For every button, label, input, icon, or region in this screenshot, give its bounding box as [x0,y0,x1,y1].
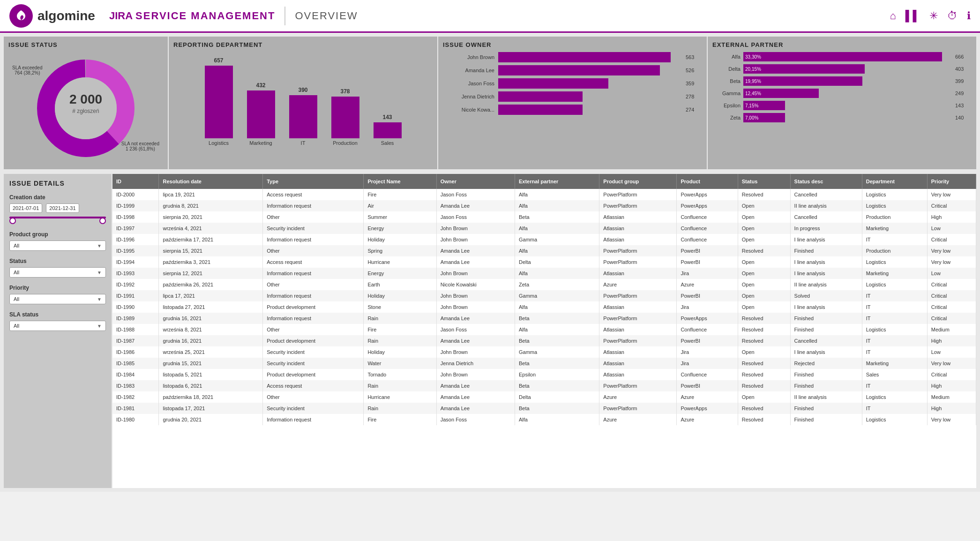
table-cell-owner: John Brown [436,369,515,380]
bar-fill [374,122,402,138]
ext-partner-row: Zeta 7,00% 140 [712,113,972,122]
logo-area: algomine [9,4,95,28]
table-cell-priority: Critical [927,279,976,290]
table-cell-department: IT [862,290,927,301]
table-cell-type: Other [263,324,364,335]
bar-value: 390 [298,87,307,93]
slider-handle-right[interactable] [99,218,106,224]
table-cell-status: Resolved [738,335,790,346]
table-row[interactable]: ID-1994października 3, 2021Access reques… [112,256,976,268]
date-from[interactable]: 2021-07-01 [9,203,42,213]
status-dropdown[interactable]: All ▼ [9,267,106,278]
ext-partner-name: Alfa [712,54,741,60]
ext-track: 12,45% [743,89,952,98]
table-cell-type: Information request [263,234,364,245]
table-cell-resolution-date: sierpnia 12, 2021 [159,268,263,279]
table-cell-owner: Nicole Kowalski [436,279,515,290]
table-row[interactable]: ID-1998sierpnia 20, 2021OtherSummerJason… [112,211,976,223]
bar-value: 657 [214,57,223,64]
table-row[interactable]: ID-1996października 17, 2021Information … [112,234,976,245]
table-cell-project-name: Fire [364,189,436,200]
table-cell-type: Information request [263,200,364,211]
product-group-dropdown[interactable]: All ▼ [9,240,106,251]
ext-value: 399 [955,78,972,84]
table-row[interactable]: ID-1993sierpnia 12, 2021Information requ… [112,268,976,279]
table-cell-department: Marketing [862,268,927,279]
table-cell-status-desc: Solved [790,290,862,301]
table-cell-product: Jira [677,346,738,358]
table-cell-status-desc: Finished [790,313,862,324]
priority-filter: Priority All ▼ [9,285,106,304]
owner-row: Amanda Lee 526 [443,65,702,75]
table-row[interactable]: ID-1988września 8, 2021OtherFireJason Fo… [112,324,976,335]
col-header-id: ID [112,174,159,189]
table-cell-priority: Medium [927,391,976,403]
issue-owner-panel: ISSUE OWNER John Brown 563 Amanda Lee 52… [438,37,707,169]
date-range: 2021-07-01 2021-12-31 [9,203,106,213]
table-cell-status-desc: Cancelled [790,335,862,346]
table-cell-resolution-date: listopada 5, 2021 [159,369,263,380]
logo-icon [9,4,33,28]
info-icon[interactable]: ℹ [967,10,971,22]
table-row[interactable]: ID-1991lipca 17, 2021Information request… [112,290,976,301]
ext-pct: 12,45% [745,91,761,96]
table-cell-id: ID-1983 [112,380,159,391]
table-cell-project-name: Spring [364,245,436,256]
svg-text:2 000: 2 000 [69,92,102,106]
table-cell-type: Security incident [263,223,364,234]
table-cell-type: Information request [263,268,364,279]
table-row[interactable]: ID-1986września 25, 2021Security inciden… [112,346,976,358]
table-cell-product: Azure [677,414,738,425]
owner-fill [498,91,583,102]
table-row[interactable]: ID-1989grudnia 16, 2021Information reque… [112,313,976,324]
table-row[interactable]: ID-2000lipca 19, 2021Access requestFireJ… [112,189,976,200]
table-cell-product-group: PowerPlatform [599,256,677,268]
bar-group-sales: 143 Sales [374,114,402,146]
product-group-label: Product group [9,231,106,238]
table-cell-resolution-date: grudnia 16, 2021 [159,335,263,346]
table-cell-type: Information request [263,290,364,301]
asterisk-icon[interactable]: ✳ [929,10,938,22]
home-icon[interactable]: ⌂ [890,10,896,22]
table-cell-id: ID-1987 [112,335,159,346]
table-cell-status: Open [738,256,790,268]
table-row[interactable]: ID-1983listopada 6, 2021Access requestRa… [112,380,976,391]
bar-chart-icon[interactable]: ▌▌ [905,10,920,22]
table-row[interactable]: ID-1990listopada 27, 2021Product develop… [112,301,976,313]
bar-label: Logistics [209,140,229,146]
table-cell-id: ID-1989 [112,313,159,324]
clock-icon[interactable]: ⏱ [947,10,958,22]
table-cell-status: Resolved [738,358,790,369]
table-cell-external-partner: Alfa [515,268,599,279]
table-row[interactable]: ID-1981listopada 17, 2021Security incide… [112,403,976,414]
owner-fill [498,105,583,115]
table-row[interactable]: ID-1992października 26, 2021OtherEarthNi… [112,279,976,290]
table-cell-product-group: Atlassian [599,211,677,223]
table-cell-project-name: Summer [364,211,436,223]
table-cell-status: Open [738,346,790,358]
table-row[interactable]: ID-1980grudnia 20, 2021Information reque… [112,414,976,425]
table-cell-owner: Amanda Lee [436,256,515,268]
sla-exceeded-label: SLA exceeded [12,65,43,70]
table-row[interactable]: ID-1985grudnia 15, 2021Security incident… [112,358,976,369]
table-cell-priority: Very low [927,358,976,369]
table-row[interactable]: ID-1995sierpnia 15, 2021OtherSpringAmand… [112,245,976,256]
table-cell-department: Marketing [862,358,927,369]
table-cell-priority: Critical [927,301,976,313]
priority-dropdown[interactable]: All ▼ [9,294,106,304]
ext-track: 20,15% [743,64,952,74]
owner-name: Nicole Kowa... [443,107,494,113]
table-row[interactable]: ID-1997września 4, 2021Security incident… [112,223,976,234]
table-cell-department: Production [862,211,927,223]
slider-handle-left[interactable] [9,218,16,224]
table-cell-department: IT [862,313,927,324]
sla-status-dropdown[interactable]: All ▼ [9,321,106,331]
table-row[interactable]: ID-1984listopada 5, 2021Product developm… [112,369,976,380]
table-cell-external-partner: Gamma [515,346,599,358]
date-to[interactable]: 2021-12-31 [46,203,79,213]
date-slider-fill [9,217,106,218]
table-cell-status: Resolved [738,189,790,200]
table-row[interactable]: ID-1987grudnia 16, 2021Product developme… [112,335,976,346]
table-row[interactable]: ID-1999grudnia 8, 2021Information reques… [112,200,976,211]
table-row[interactable]: ID-1982października 18, 2021OtherHurrica… [112,391,976,403]
